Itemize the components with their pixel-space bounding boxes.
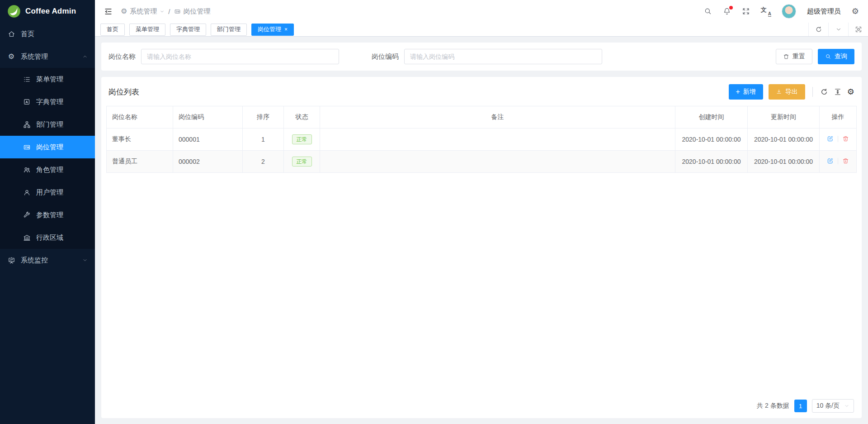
post-name-input[interactable] (141, 49, 339, 64)
reset-button[interactable]: 重置 (776, 49, 812, 64)
sidebar-item-system-management[interactable]: ⚙ 系统管理 (0, 45, 95, 68)
post-table: 岗位名称 岗位编码 排序 状态 备注 创建时间 更新时间 操作 董事长 (106, 106, 857, 173)
sidebar-submenu: 菜单管理 字典管理 部门管理 (0, 68, 95, 249)
table-empty-space (106, 173, 857, 395)
sidebar-item-param-management[interactable]: 参数管理 (0, 204, 95, 226)
pagination-total: 共 2 条数据 (757, 402, 789, 410)
col-status: 状态 (284, 106, 320, 129)
row-density-icon[interactable] (834, 88, 842, 96)
search-actions: 重置 查询 (776, 49, 854, 64)
refresh-icon[interactable] (820, 88, 828, 96)
chevron-down-icon (82, 257, 88, 264)
status-badge: 正常 (292, 134, 312, 144)
form-item-post-name: 岗位名称 (108, 49, 339, 64)
roles-icon (23, 166, 31, 174)
plus-icon: + (736, 88, 740, 95)
chevron-down-icon[interactable] (828, 23, 848, 36)
tab-dict-management[interactable]: 字典管理 (170, 24, 206, 36)
sidebar-item-post-management[interactable]: 岗位管理 (0, 136, 95, 158)
page-button-1[interactable]: 1 (794, 400, 807, 412)
tab-dept-management[interactable]: 部门管理 (211, 24, 247, 36)
post-code-input[interactable] (404, 49, 602, 64)
brand-leaf-icon (7, 5, 21, 18)
app-logo[interactable]: Coffee Admin (0, 0, 95, 23)
add-button[interactable]: + 新增 (729, 84, 763, 100)
col-post-code: 岗位编码 (173, 106, 243, 129)
edit-icon[interactable] (827, 135, 834, 142)
breadcrumb-item-system[interactable]: ⚙ 系统管理 (121, 7, 165, 16)
cell-post-name: 普通员工 (107, 151, 173, 173)
edit-icon[interactable] (827, 157, 834, 164)
maximize-icon[interactable] (848, 23, 868, 36)
tab-label: 字典管理 (176, 25, 200, 33)
table-header-row: 岗位名称 岗位编码 排序 状态 备注 创建时间 更新时间 操作 (107, 106, 857, 129)
sidebar-item-menu-management[interactable]: 菜单管理 (0, 68, 95, 91)
breadcrumb-separator: / (168, 8, 170, 15)
query-button[interactable]: 查询 (818, 49, 854, 64)
refresh-icon[interactable] (808, 23, 828, 36)
id-card-icon (174, 8, 181, 15)
topbar-right: 文A 超级管理员 ⚙ (704, 4, 859, 19)
id-card-icon (23, 143, 31, 151)
topbar: ⚙ 系统管理 / 岗位管理 (95, 0, 868, 23)
delete-icon[interactable] (842, 157, 849, 164)
tab-menu-management[interactable]: 菜单管理 (129, 24, 165, 36)
sidebar-item-dict-management[interactable]: 字典管理 (0, 91, 95, 113)
divider (812, 87, 813, 97)
card-tools: + 新增 导出 ⚙ (729, 84, 854, 100)
tabs: 首页 菜单管理 字典管理 部门管理 岗位管理 × (100, 24, 294, 36)
delete-icon[interactable] (842, 135, 849, 142)
main-column: ⚙ 系统管理 / 岗位管理 (95, 0, 868, 424)
sidebar-collapse-icon[interactable] (104, 7, 113, 16)
post-name-label: 岗位名称 (108, 52, 136, 61)
col-remark: 备注 (320, 106, 675, 129)
page-size-select[interactable]: 10 条/页 (812, 399, 854, 413)
sidebar-item-role-management[interactable]: 角色管理 (0, 158, 95, 181)
sidebar-item-label: 行政区域 (36, 233, 63, 242)
tabbar: 首页 菜单管理 字典管理 部门管理 岗位管理 × (95, 23, 868, 37)
tab-close-icon[interactable]: × (284, 27, 288, 32)
sidebar-item-label: 首页 (21, 30, 34, 38)
export-button[interactable]: 导出 (769, 84, 805, 100)
dictionary-icon (23, 98, 31, 106)
cell-created: 2020-10-01 00:00:00 (675, 151, 748, 173)
settings-gear-icon[interactable]: ⚙ (852, 7, 859, 15)
cell-post-name: 董事长 (107, 129, 173, 151)
sidebar-item-dept-management[interactable]: 部门管理 (0, 113, 95, 136)
divider (838, 158, 838, 164)
col-post-name: 岗位名称 (107, 106, 173, 129)
sidebar-item-label: 系统监控 (21, 256, 48, 265)
query-label: 查询 (835, 52, 847, 61)
breadcrumb-item-post: 岗位管理 (174, 7, 211, 16)
table-row[interactable]: 普通员工 000002 2 正常 2020-10-01 00:00:00 202… (107, 151, 857, 173)
cell-actions (820, 129, 857, 151)
sidebar-item-home[interactable]: 首页 (0, 23, 95, 45)
column-settings-gear-icon[interactable]: ⚙ (847, 88, 854, 96)
translate-icon[interactable]: 文A (761, 7, 771, 16)
post-code-label: 岗位编码 (372, 52, 399, 61)
sidebar-item-label: 菜单管理 (36, 75, 63, 84)
fullscreen-icon[interactable] (742, 7, 750, 15)
tab-post-management[interactable]: 岗位管理 × (251, 24, 294, 36)
add-label: 新增 (743, 88, 756, 96)
sidebar-item-system-monitor[interactable]: 系统监控 (0, 249, 95, 272)
sidebar-item-label: 部门管理 (36, 120, 63, 129)
card-header: 岗位列表 + 新增 导出 (106, 82, 857, 106)
sidebar-item-user-management[interactable]: 用户管理 (0, 181, 95, 204)
gear-icon: ⚙ (121, 8, 127, 15)
reset-label: 重置 (793, 52, 805, 61)
chevron-down-icon (160, 9, 165, 14)
sidebar-item-admin-region[interactable]: 行政区域 (0, 226, 95, 249)
breadcrumb: ⚙ 系统管理 / 岗位管理 (121, 7, 211, 16)
sidebar-item-label: 角色管理 (36, 166, 63, 174)
post-list-card: 岗位列表 + 新增 导出 (101, 77, 862, 418)
search-icon[interactable] (704, 7, 712, 15)
cell-sort: 1 (243, 129, 284, 151)
username[interactable]: 超级管理员 (807, 7, 841, 16)
tab-home[interactable]: 首页 (100, 24, 125, 36)
col-sort: 排序 (243, 106, 284, 129)
table-row[interactable]: 董事长 000001 1 正常 2020-10-01 00:00:00 2020… (107, 129, 857, 151)
bell-icon[interactable] (723, 7, 731, 15)
avatar[interactable] (782, 4, 796, 19)
breadcrumb-label: 系统管理 (130, 7, 157, 16)
